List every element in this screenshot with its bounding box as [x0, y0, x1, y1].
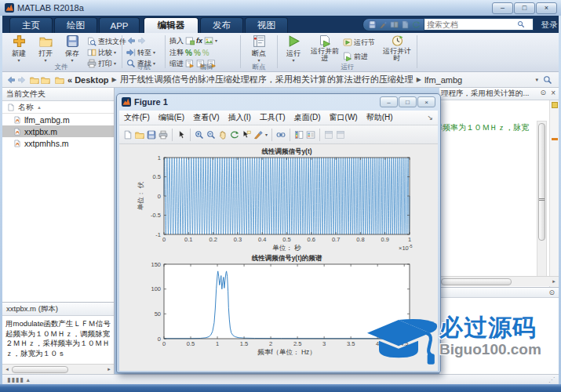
qat-save-icon[interactable] — [368, 20, 377, 29]
tab-editor[interactable]: 编辑器 — [144, 17, 199, 33]
marker-orange[interactable] — [552, 138, 558, 140]
insert-section-icon[interactable] — [185, 36, 195, 45]
menu-pin-icon[interactable]: ↘ — [427, 114, 433, 122]
goto-button[interactable]: 转至▾ — [126, 48, 155, 57]
scroll-thumb[interactable] — [12, 366, 68, 373]
fx-icon[interactable]: fx — [196, 37, 202, 45]
login-button[interactable]: 登录 — [537, 18, 561, 31]
advance-button[interactable]: 前进 — [343, 52, 368, 61]
details-toggle[interactable]: ▮▮▮▮ ▴ — [7, 376, 31, 383]
editor-vscroll-thumb[interactable] — [538, 123, 545, 241]
figure-window[interactable]: Figure 1 – □ × 文件(F) 编辑(E) 查看(V) 插入(I) 工… — [116, 93, 441, 373]
print-button[interactable]: 打印▾ — [87, 59, 116, 68]
qat-paste-icon[interactable] — [401, 20, 410, 29]
comment-icon[interactable]: % — [185, 49, 192, 57]
tab-apps[interactable]: APP — [99, 17, 140, 33]
editor-vscrollbar[interactable] — [537, 121, 547, 278]
menu-edit[interactable]: 编辑(E) — [158, 112, 184, 123]
insert-button[interactable]: 插入 fx ▾ — [169, 36, 217, 45]
pane-menu-icon[interactable]: ⊙ — [548, 289, 555, 296]
breadcrumb-folder[interactable]: 用于线性调频信号的脉冲压缩处理程序，采用相关计算的算法进行的压缩处理 — [120, 74, 413, 85]
folder-up-icon[interactable] — [30, 75, 39, 85]
fig-cursor-icon[interactable] — [177, 130, 186, 140]
run-section-button[interactable]: 运行节 — [343, 38, 375, 47]
fig-new-icon[interactable] — [123, 130, 133, 140]
dock-figure-icon[interactable] — [324, 130, 333, 140]
zoom-in-icon[interactable] — [195, 130, 204, 140]
file-row[interactable]: xxtpmhhs.m — [2, 137, 114, 149]
insert-image-icon[interactable] — [204, 36, 213, 45]
menu-file[interactable]: 文件(F) — [124, 112, 150, 123]
link-plot-icon[interactable] — [276, 130, 286, 140]
brush-dropdown-icon[interactable]: ▾ — [265, 132, 268, 137]
tab-view[interactable]: 视图 — [245, 17, 288, 33]
editor-hscrollbar[interactable]: ▸ — [439, 276, 559, 286]
menu-insert[interactable]: 插入(I) — [228, 112, 250, 123]
secondary-pane-header[interactable]: ⊙ — [439, 288, 559, 298]
tab-home[interactable]: 主页 — [9, 17, 53, 33]
file-row[interactable]: lfm_ambg.m — [2, 114, 114, 125]
breadcrumb-root[interactable]: « Desktop — [67, 75, 109, 85]
scroll-left-icon[interactable]: ◂ — [2, 366, 12, 372]
scroll-right-icon[interactable]: ▸ — [549, 278, 559, 285]
figure-restore-button[interactable]: □ — [399, 96, 417, 107]
uncomment-icon[interactable]: % — [194, 49, 201, 57]
figure-close-button[interactable]: × — [417, 96, 435, 107]
save-button[interactable]: 保存 ▾ — [60, 34, 84, 62]
title-bar[interactable]: MATLAB R2018a – □ × — [0, 0, 561, 16]
addr-dropdown-icon[interactable]: ▾ — [535, 77, 538, 83]
editor-tab-header[interactable]: 理程序，采用相关计算的... ⊙ × — [439, 88, 559, 100]
legend-icon[interactable] — [306, 130, 315, 140]
scroll-right-icon[interactable]: ▸ — [104, 366, 114, 372]
current-folder-header[interactable]: 当前文件夹 — [2, 88, 114, 101]
editor-hscroll-thumb[interactable] — [441, 278, 512, 285]
nav-back-icon[interactable] — [6, 75, 16, 85]
run-button[interactable]: 运行 ▾ — [281, 34, 306, 62]
menu-help[interactable]: 帮助(H) — [366, 112, 393, 123]
colorbar-icon[interactable] — [294, 130, 304, 140]
fig-save-icon[interactable] — [147, 130, 156, 140]
qat-cut-icon[interactable] — [379, 20, 388, 29]
zoom-out-icon[interactable] — [206, 130, 216, 140]
fig-open-icon[interactable] — [135, 130, 144, 140]
fig-print-icon[interactable] — [158, 130, 168, 140]
wrap-comment-icon[interactable]: % — [202, 49, 209, 57]
nav-forward-icon[interactable] — [17, 75, 27, 85]
breakpoints-button[interactable]: 断点 ▾ — [244, 34, 274, 62]
compare-button[interactable]: 比较▾ — [87, 48, 116, 57]
menu-view[interactable]: 查看(V) — [193, 112, 219, 123]
open-button[interactable]: 打开 ▾ — [34, 34, 57, 62]
back-button[interactable] — [126, 36, 147, 45]
warning-indicator-icon[interactable] — [552, 102, 558, 108]
search-icon[interactable] — [517, 20, 525, 28]
menu-tools[interactable]: 工具(T) — [260, 112, 286, 123]
details-hscrollbar[interactable]: ◂ ▸ — [2, 364, 114, 374]
comment-button[interactable]: 注释 % % % — [169, 48, 209, 57]
figure-minimize-button[interactable]: – — [380, 96, 398, 107]
breadcrumb-leaf[interactable]: lfm_ambg — [424, 75, 462, 85]
name-column-header[interactable]: 名称 ▲ — [2, 101, 114, 114]
details-header[interactable]: xxtpbx.m (脚本) — [2, 303, 114, 316]
tab-plots[interactable]: 绘图 — [54, 17, 97, 33]
undock-figure-icon[interactable] — [336, 130, 345, 140]
editor-close-icon[interactable]: × — [551, 89, 556, 97]
maximize-button[interactable]: □ — [514, 2, 535, 14]
new-button[interactable]: 新建 ▾ — [7, 34, 31, 62]
browse-folder-icon[interactable] — [41, 75, 50, 85]
minimize-button[interactable]: – — [492, 2, 513, 14]
qat-undo-icon[interactable] — [412, 20, 421, 29]
resize-grip[interactable]: ⋰ — [548, 376, 556, 383]
menu-window[interactable]: 窗口(W) — [330, 112, 358, 123]
addr-search-icon[interactable] — [543, 75, 552, 85]
figure-axes-canvas[interactable]: 00.10.20.30.40.50.60.70.80.91-1-0.500.51… — [119, 144, 438, 371]
find-files-button[interactable]: 查找文件 — [87, 37, 126, 46]
run-advance-button[interactable]: 运行并前进 — [308, 34, 341, 62]
figure-title-bar[interactable]: Figure 1 – □ × — [117, 94, 440, 110]
forward-icon[interactable] — [137, 36, 147, 45]
close-button[interactable]: × — [536, 2, 557, 14]
pan-hand-icon[interactable] — [218, 130, 228, 140]
run-time-button[interactable]: 运行并计时 — [381, 34, 413, 62]
qat-copy-icon[interactable] — [390, 20, 399, 29]
rotate3d-icon[interactable] — [230, 130, 239, 140]
datatip-icon[interactable] — [242, 130, 251, 140]
